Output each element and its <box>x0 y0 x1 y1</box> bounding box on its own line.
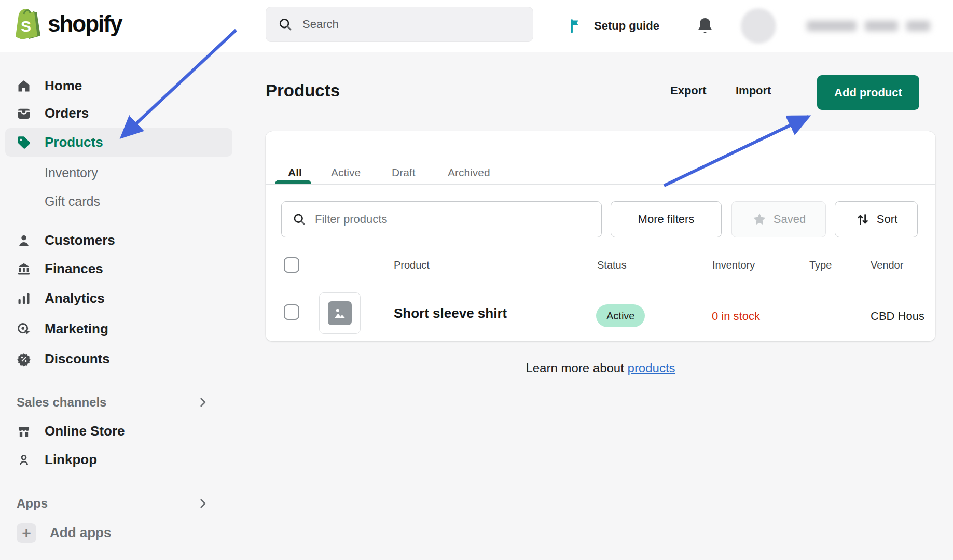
column-header-type[interactable]: Type <box>809 259 832 271</box>
sidebar-item-linkpop[interactable]: Linkpop <box>5 445 232 474</box>
product-name-link[interactable]: Short sleeve shirt <box>394 305 507 321</box>
saved-filters-button[interactable]: Saved <box>731 201 826 237</box>
inventory-cell: 0 in stock <box>712 310 760 323</box>
sort-label: Sort <box>877 213 897 226</box>
sidebar-item-label: Linkpop <box>45 452 97 468</box>
more-filters-button[interactable]: More filters <box>611 201 722 237</box>
image-placeholder-icon <box>328 301 352 325</box>
export-button[interactable]: Export <box>670 84 707 97</box>
sidebar-item-add-apps[interactable]: + Add apps <box>5 519 232 547</box>
sidebar-item-discounts[interactable]: Discounts <box>5 345 232 373</box>
column-header-inventory[interactable]: Inventory <box>712 259 755 271</box>
orders-icon <box>17 106 31 121</box>
chevron-right-icon <box>196 497 210 510</box>
sidebar-nav: Home Orders Products Inventory Gift card… <box>0 52 240 560</box>
sidebar-item-home[interactable]: Home <box>5 72 232 100</box>
sort-button[interactable]: Sort <box>835 201 918 237</box>
star-icon <box>752 212 767 227</box>
sidebar-item-label: Gift cards <box>45 194 100 209</box>
home-icon <box>17 79 31 93</box>
sidebar-item-label: Online Store <box>45 423 125 439</box>
search-placeholder: Search <box>302 18 339 31</box>
learn-more-text: Learn more about <box>526 361 624 375</box>
search-icon <box>292 212 307 227</box>
add-apps-label: Add apps <box>50 525 111 541</box>
sidebar-item-customers[interactable]: Customers <box>5 226 232 255</box>
filter-products-input[interactable]: Filter products <box>281 201 602 237</box>
learn-more-footer: Learn more about products <box>266 361 935 375</box>
flag-icon <box>568 17 585 35</box>
top-bar: S shopify Search Setup guide <box>0 0 953 52</box>
vendor-cell: CBD Hous <box>871 310 924 323</box>
sidebar-item-label: Orders <box>45 105 89 121</box>
plus-icon: + <box>17 523 36 543</box>
column-header-product[interactable]: Product <box>394 259 430 271</box>
analytics-bars-icon <box>17 291 31 306</box>
products-help-link[interactable]: products <box>628 361 675 375</box>
online-store-icon <box>17 424 31 439</box>
finances-bank-icon <box>17 262 31 276</box>
notifications-bell-icon[interactable] <box>695 16 715 36</box>
sidebar-item-products[interactable]: Products <box>5 128 232 157</box>
sidebar-item-finances[interactable]: Finances <box>5 255 232 283</box>
sidebar-item-label: Finances <box>45 261 103 277</box>
svg-text:S: S <box>21 18 31 35</box>
active-tab-indicator <box>275 180 311 184</box>
sidebar-item-label: Products <box>45 134 103 150</box>
linkpop-person-icon <box>17 453 31 467</box>
products-card: All Active Draft Archived Filter product… <box>266 131 935 341</box>
products-tag-icon <box>17 135 31 150</box>
apps-label: Apps <box>17 496 48 511</box>
column-header-vendor[interactable]: Vendor <box>871 259 903 271</box>
sidebar-item-label: Analytics <box>45 290 105 306</box>
sidebar-item-analytics[interactable]: Analytics <box>5 284 232 313</box>
divider <box>266 283 935 283</box>
shopify-wordmark: shopify <box>48 11 121 37</box>
divider <box>266 184 935 185</box>
shopify-bag-icon: S <box>13 8 43 40</box>
discounts-percent-icon <box>17 352 31 367</box>
sidebar-item-label: Home <box>45 78 82 94</box>
marketing-target-icon <box>17 322 31 337</box>
tab-all[interactable]: All <box>288 166 302 179</box>
chevron-right-icon <box>196 396 210 409</box>
column-header-status[interactable]: Status <box>597 259 627 271</box>
shopify-admin-screen: S shopify Search Setup guide <box>0 0 953 560</box>
add-product-button[interactable]: Add product <box>817 75 919 110</box>
sidebar-item-marketing[interactable]: Marketing <box>5 315 232 343</box>
tab-draft[interactable]: Draft <box>392 166 416 179</box>
apps-section-header[interactable]: Apps <box>17 493 224 514</box>
sidebar-item-inventory[interactable]: Inventory <box>5 159 232 187</box>
sales-channels-label: Sales channels <box>17 395 106 410</box>
setup-guide-button[interactable]: Setup guide <box>568 0 659 52</box>
setup-guide-label: Setup guide <box>594 19 659 33</box>
sidebar-item-label: Marketing <box>45 321 108 337</box>
search-icon <box>278 17 293 32</box>
import-button[interactable]: Import <box>736 84 771 97</box>
status-badge: Active <box>596 304 645 327</box>
sidebar-item-label: Inventory <box>45 165 98 180</box>
filter-placeholder: Filter products <box>315 213 387 226</box>
account-name-redacted[interactable] <box>807 21 930 31</box>
sort-arrows-icon <box>855 212 871 227</box>
sidebar-item-label: Discounts <box>45 351 110 367</box>
sidebar-item-label: Customers <box>45 232 115 248</box>
row-checkbox[interactable] <box>284 304 299 320</box>
select-all-checkbox[interactable] <box>284 257 299 273</box>
page-title: Products <box>266 81 340 101</box>
tab-archived[interactable]: Archived <box>448 166 490 179</box>
shopify-logo[interactable]: S shopify <box>13 8 121 40</box>
sidebar-item-orders[interactable]: Orders <box>5 99 232 128</box>
sales-channels-section-header[interactable]: Sales channels <box>17 392 224 413</box>
product-thumbnail[interactable] <box>319 292 361 334</box>
global-search-input[interactable]: Search <box>266 7 533 42</box>
customers-icon <box>17 233 31 248</box>
sidebar-item-online-store[interactable]: Online Store <box>5 417 232 445</box>
sidebar-item-gift-cards[interactable]: Gift cards <box>5 187 232 216</box>
account-avatar[interactable] <box>741 8 776 44</box>
tab-active[interactable]: Active <box>331 166 361 179</box>
saved-label: Saved <box>774 213 806 226</box>
